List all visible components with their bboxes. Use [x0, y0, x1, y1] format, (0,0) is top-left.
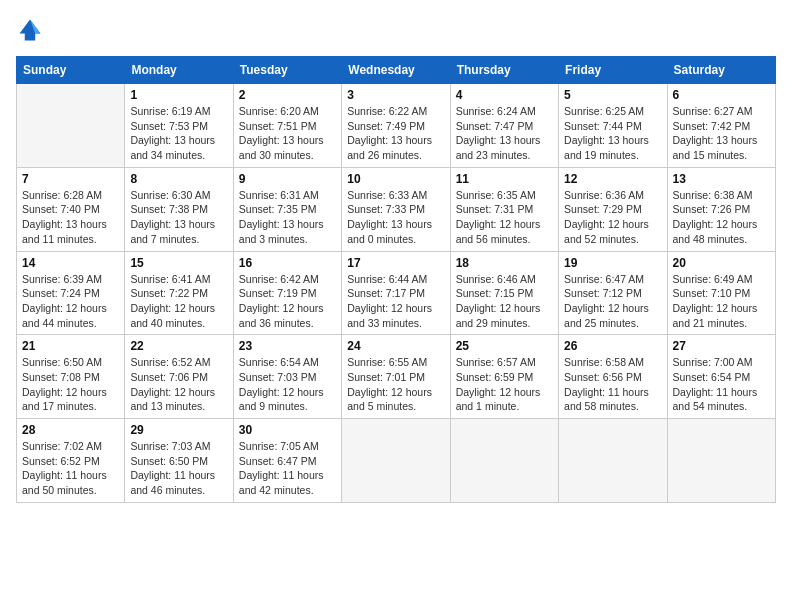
calendar-cell: 23Sunrise: 6:54 AM Sunset: 7:03 PM Dayli… [233, 335, 341, 419]
day-number: 27 [673, 339, 770, 353]
day-detail: Sunrise: 6:44 AM Sunset: 7:17 PM Dayligh… [347, 272, 444, 331]
day-number: 18 [456, 256, 553, 270]
day-number: 6 [673, 88, 770, 102]
calendar-cell [450, 419, 558, 503]
calendar-cell: 25Sunrise: 6:57 AM Sunset: 6:59 PM Dayli… [450, 335, 558, 419]
day-detail: Sunrise: 6:58 AM Sunset: 6:56 PM Dayligh… [564, 355, 661, 414]
day-detail: Sunrise: 7:00 AM Sunset: 6:54 PM Dayligh… [673, 355, 770, 414]
calendar-cell: 2Sunrise: 6:20 AM Sunset: 7:51 PM Daylig… [233, 84, 341, 168]
weekday-header-friday: Friday [559, 57, 667, 84]
calendar-cell: 9Sunrise: 6:31 AM Sunset: 7:35 PM Daylig… [233, 167, 341, 251]
day-number: 13 [673, 172, 770, 186]
weekday-header-saturday: Saturday [667, 57, 775, 84]
day-number: 2 [239, 88, 336, 102]
logo [16, 16, 48, 44]
day-number: 15 [130, 256, 227, 270]
day-number: 20 [673, 256, 770, 270]
day-number: 11 [456, 172, 553, 186]
day-detail: Sunrise: 7:03 AM Sunset: 6:50 PM Dayligh… [130, 439, 227, 498]
day-detail: Sunrise: 6:27 AM Sunset: 7:42 PM Dayligh… [673, 104, 770, 163]
week-row-5: 28Sunrise: 7:02 AM Sunset: 6:52 PM Dayli… [17, 419, 776, 503]
calendar-cell: 21Sunrise: 6:50 AM Sunset: 7:08 PM Dayli… [17, 335, 125, 419]
day-detail: Sunrise: 6:31 AM Sunset: 7:35 PM Dayligh… [239, 188, 336, 247]
calendar-cell: 17Sunrise: 6:44 AM Sunset: 7:17 PM Dayli… [342, 251, 450, 335]
weekday-header-wednesday: Wednesday [342, 57, 450, 84]
day-number: 26 [564, 339, 661, 353]
day-detail: Sunrise: 7:02 AM Sunset: 6:52 PM Dayligh… [22, 439, 119, 498]
calendar-cell: 11Sunrise: 6:35 AM Sunset: 7:31 PM Dayli… [450, 167, 558, 251]
day-detail: Sunrise: 6:24 AM Sunset: 7:47 PM Dayligh… [456, 104, 553, 163]
day-number: 14 [22, 256, 119, 270]
day-detail: Sunrise: 6:52 AM Sunset: 7:06 PM Dayligh… [130, 355, 227, 414]
logo-icon [16, 16, 44, 44]
day-detail: Sunrise: 6:30 AM Sunset: 7:38 PM Dayligh… [130, 188, 227, 247]
calendar-cell: 20Sunrise: 6:49 AM Sunset: 7:10 PM Dayli… [667, 251, 775, 335]
calendar-cell: 29Sunrise: 7:03 AM Sunset: 6:50 PM Dayli… [125, 419, 233, 503]
calendar-cell: 4Sunrise: 6:24 AM Sunset: 7:47 PM Daylig… [450, 84, 558, 168]
day-number: 1 [130, 88, 227, 102]
day-detail: Sunrise: 6:20 AM Sunset: 7:51 PM Dayligh… [239, 104, 336, 163]
day-number: 3 [347, 88, 444, 102]
day-detail: Sunrise: 6:36 AM Sunset: 7:29 PM Dayligh… [564, 188, 661, 247]
calendar-cell: 15Sunrise: 6:41 AM Sunset: 7:22 PM Dayli… [125, 251, 233, 335]
day-number: 4 [456, 88, 553, 102]
day-detail: Sunrise: 6:54 AM Sunset: 7:03 PM Dayligh… [239, 355, 336, 414]
calendar-cell: 10Sunrise: 6:33 AM Sunset: 7:33 PM Dayli… [342, 167, 450, 251]
calendar-cell: 28Sunrise: 7:02 AM Sunset: 6:52 PM Dayli… [17, 419, 125, 503]
calendar-cell [559, 419, 667, 503]
weekday-header-monday: Monday [125, 57, 233, 84]
day-number: 21 [22, 339, 119, 353]
day-detail: Sunrise: 6:42 AM Sunset: 7:19 PM Dayligh… [239, 272, 336, 331]
calendar-cell: 19Sunrise: 6:47 AM Sunset: 7:12 PM Dayli… [559, 251, 667, 335]
day-detail: Sunrise: 6:33 AM Sunset: 7:33 PM Dayligh… [347, 188, 444, 247]
day-number: 7 [22, 172, 119, 186]
day-detail: Sunrise: 6:49 AM Sunset: 7:10 PM Dayligh… [673, 272, 770, 331]
calendar-cell: 8Sunrise: 6:30 AM Sunset: 7:38 PM Daylig… [125, 167, 233, 251]
calendar-cell: 1Sunrise: 6:19 AM Sunset: 7:53 PM Daylig… [125, 84, 233, 168]
day-number: 9 [239, 172, 336, 186]
calendar-cell [342, 419, 450, 503]
day-detail: Sunrise: 6:55 AM Sunset: 7:01 PM Dayligh… [347, 355, 444, 414]
calendar-cell: 24Sunrise: 6:55 AM Sunset: 7:01 PM Dayli… [342, 335, 450, 419]
day-detail: Sunrise: 6:41 AM Sunset: 7:22 PM Dayligh… [130, 272, 227, 331]
day-number: 29 [130, 423, 227, 437]
calendar-cell: 3Sunrise: 6:22 AM Sunset: 7:49 PM Daylig… [342, 84, 450, 168]
weekday-header-thursday: Thursday [450, 57, 558, 84]
calendar-cell: 13Sunrise: 6:38 AM Sunset: 7:26 PM Dayli… [667, 167, 775, 251]
week-row-4: 21Sunrise: 6:50 AM Sunset: 7:08 PM Dayli… [17, 335, 776, 419]
day-number: 24 [347, 339, 444, 353]
day-number: 16 [239, 256, 336, 270]
day-number: 17 [347, 256, 444, 270]
calendar-cell: 26Sunrise: 6:58 AM Sunset: 6:56 PM Dayli… [559, 335, 667, 419]
week-row-1: 1Sunrise: 6:19 AM Sunset: 7:53 PM Daylig… [17, 84, 776, 168]
day-number: 23 [239, 339, 336, 353]
calendar-cell: 5Sunrise: 6:25 AM Sunset: 7:44 PM Daylig… [559, 84, 667, 168]
calendar-cell: 7Sunrise: 6:28 AM Sunset: 7:40 PM Daylig… [17, 167, 125, 251]
day-detail: Sunrise: 6:19 AM Sunset: 7:53 PM Dayligh… [130, 104, 227, 163]
day-detail: Sunrise: 6:38 AM Sunset: 7:26 PM Dayligh… [673, 188, 770, 247]
day-number: 25 [456, 339, 553, 353]
calendar-cell: 16Sunrise: 6:42 AM Sunset: 7:19 PM Dayli… [233, 251, 341, 335]
day-number: 8 [130, 172, 227, 186]
day-number: 22 [130, 339, 227, 353]
day-detail: Sunrise: 6:28 AM Sunset: 7:40 PM Dayligh… [22, 188, 119, 247]
day-detail: Sunrise: 6:35 AM Sunset: 7:31 PM Dayligh… [456, 188, 553, 247]
calendar-cell: 14Sunrise: 6:39 AM Sunset: 7:24 PM Dayli… [17, 251, 125, 335]
day-detail: Sunrise: 7:05 AM Sunset: 6:47 PM Dayligh… [239, 439, 336, 498]
calendar-cell: 22Sunrise: 6:52 AM Sunset: 7:06 PM Dayli… [125, 335, 233, 419]
day-number: 5 [564, 88, 661, 102]
calendar-cell: 12Sunrise: 6:36 AM Sunset: 7:29 PM Dayli… [559, 167, 667, 251]
calendar-cell: 6Sunrise: 6:27 AM Sunset: 7:42 PM Daylig… [667, 84, 775, 168]
day-detail: Sunrise: 6:50 AM Sunset: 7:08 PM Dayligh… [22, 355, 119, 414]
weekday-header-row: SundayMondayTuesdayWednesdayThursdayFrid… [17, 57, 776, 84]
weekday-header-sunday: Sunday [17, 57, 125, 84]
day-number: 10 [347, 172, 444, 186]
day-detail: Sunrise: 6:22 AM Sunset: 7:49 PM Dayligh… [347, 104, 444, 163]
calendar-cell [17, 84, 125, 168]
day-detail: Sunrise: 6:46 AM Sunset: 7:15 PM Dayligh… [456, 272, 553, 331]
week-row-2: 7Sunrise: 6:28 AM Sunset: 7:40 PM Daylig… [17, 167, 776, 251]
day-number: 30 [239, 423, 336, 437]
day-number: 28 [22, 423, 119, 437]
calendar-cell: 18Sunrise: 6:46 AM Sunset: 7:15 PM Dayli… [450, 251, 558, 335]
calendar-cell [667, 419, 775, 503]
